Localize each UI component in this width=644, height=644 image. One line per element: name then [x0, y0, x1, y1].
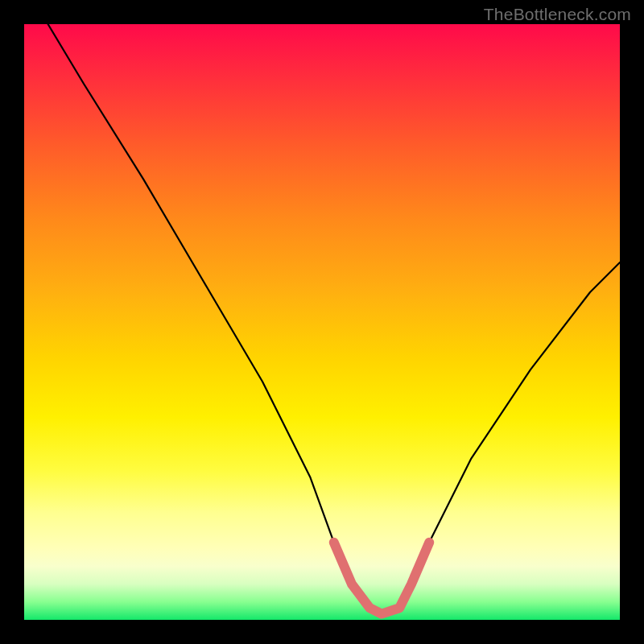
chart-frame: TheBottleneck.com: [0, 0, 644, 644]
plot-area: [24, 24, 620, 620]
bottleneck-curve: [48, 24, 620, 614]
curve-svg: [24, 24, 620, 620]
valley-highlight: [334, 543, 429, 614]
watermark-text: TheBottleneck.com: [484, 5, 631, 24]
